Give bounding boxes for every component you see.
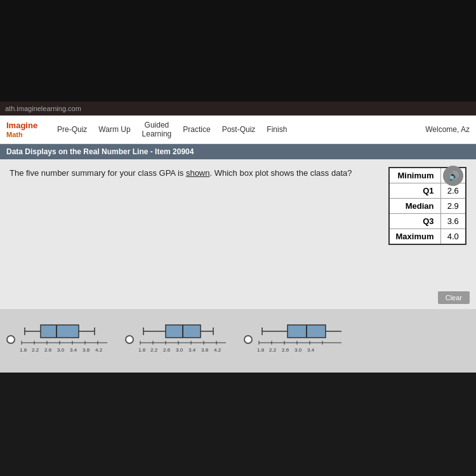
svg-text:1.8: 1.8 xyxy=(138,347,146,353)
audio-button[interactable]: 🔊 xyxy=(443,166,463,186)
plot-container-c: 1.8 2.2 2.6 3.0 3.4 xyxy=(256,319,345,360)
radio-button-b[interactable] xyxy=(125,335,134,344)
table-row: Maximum4.0 xyxy=(389,229,466,245)
guided-label2: Learning xyxy=(142,129,172,138)
svg-text:4.2: 4.2 xyxy=(95,347,103,353)
plot-option-b: 1.8 2.2 2.6 3.0 3.4 3.8 4.2 xyxy=(125,319,235,360)
table-label: Minimum xyxy=(389,168,440,183)
box-plot-a: 1.8 2.2 2.6 3.0 3.4 3.8 4.2 xyxy=(18,319,117,360)
table-label: Q1 xyxy=(389,183,440,199)
clear-button[interactable]: Clear xyxy=(438,291,470,304)
question-text: The five number summary for your class G… xyxy=(10,167,376,245)
nav-items: Pre-Quiz Warm Up Guided Learning Practic… xyxy=(57,118,413,141)
svg-text:2.2: 2.2 xyxy=(32,347,39,353)
table-value: 4.0 xyxy=(440,229,466,245)
svg-text:3.0: 3.0 xyxy=(294,347,302,353)
nav-item-warm-up[interactable]: Warm Up xyxy=(98,122,130,136)
svg-rect-4 xyxy=(41,325,79,338)
table-label: Q3 xyxy=(389,214,440,229)
plot-option-a: 1.8 2.2 2.6 3.0 3.4 3.8 4.2 xyxy=(6,319,117,360)
svg-text:3.8: 3.8 xyxy=(83,347,90,353)
brand-name: Imagine xyxy=(6,121,44,131)
svg-text:1.8: 1.8 xyxy=(20,347,27,353)
nav-item-post-quiz[interactable]: Post-Quiz xyxy=(222,122,256,136)
svg-text:4.2: 4.2 xyxy=(214,347,221,353)
svg-text:2.6: 2.6 xyxy=(282,347,289,353)
question-text-shown: shown xyxy=(186,168,210,178)
subtitle-text: Data Displays on the Real Number Line - … xyxy=(6,147,194,156)
table-label: Median xyxy=(389,199,440,214)
nav-item-pre-quiz[interactable]: Pre-Quiz xyxy=(57,122,87,136)
question-area: The five number summary for your class G… xyxy=(10,167,466,245)
radio-button-c[interactable] xyxy=(244,335,253,344)
question-text-part3: . Which box plot shows the class data? xyxy=(209,168,352,178)
table-label: Maximum xyxy=(389,229,440,245)
plot-container-b: 1.8 2.2 2.6 3.0 3.4 3.8 4.2 xyxy=(137,319,235,360)
svg-text:2.2: 2.2 xyxy=(150,347,158,353)
nav-item-finish[interactable]: Finish xyxy=(267,122,287,136)
question-text-part1: The five number summary for your class G… xyxy=(10,168,186,178)
welcome-text: Welcome, Az xyxy=(425,125,470,134)
clear-btn-area: Clear xyxy=(0,286,476,309)
plot-container-a: 1.8 2.2 2.6 3.0 3.4 3.8 4.2 xyxy=(18,319,117,360)
nav-item-practice[interactable]: Practice xyxy=(183,122,210,136)
svg-text:2.2: 2.2 xyxy=(269,347,277,353)
box-plot-c: 1.8 2.2 2.6 3.0 3.4 xyxy=(256,319,345,360)
plot-option-c: 1.8 2.2 2.6 3.0 3.4 xyxy=(244,319,345,360)
table-value: 3.6 xyxy=(440,214,466,229)
browser-url: ath.imaginelearning.com xyxy=(5,105,81,112)
svg-text:3.4: 3.4 xyxy=(70,347,77,353)
svg-text:2.6: 2.6 xyxy=(163,347,171,353)
guided-label1: Guided xyxy=(145,121,169,129)
svg-text:3.0: 3.0 xyxy=(57,347,65,353)
brand-area: Imagine Math xyxy=(6,121,44,138)
svg-text:2.6: 2.6 xyxy=(44,347,52,353)
nav-item-guided-learning[interactable]: Guided Learning xyxy=(142,118,172,141)
radio-button-a[interactable] xyxy=(6,335,15,344)
table-value: 2.9 xyxy=(440,199,466,214)
svg-text:3.4: 3.4 xyxy=(188,347,196,353)
table-row: Q33.6 xyxy=(389,214,466,229)
box-plot-b: 1.8 2.2 2.6 3.0 3.4 3.8 4.2 xyxy=(137,319,235,360)
brand-subject: Math xyxy=(6,131,44,138)
box-plots-area: 1.8 2.2 2.6 3.0 3.4 3.8 4.2 xyxy=(0,309,476,373)
svg-text:3.4: 3.4 xyxy=(307,347,315,353)
subtitle-bar: Data Displays on the Real Number Line - … xyxy=(0,144,476,159)
top-nav: Imagine Math Pre-Quiz Warm Up Guided Lea… xyxy=(0,116,476,144)
svg-text:3.8: 3.8 xyxy=(201,347,209,353)
main-content: 🔊 The five number summary for your class… xyxy=(0,159,476,286)
svg-text:3.0: 3.0 xyxy=(176,347,183,353)
svg-text:1.8: 1.8 xyxy=(257,347,265,353)
table-row: Median2.9 xyxy=(389,199,466,214)
audio-icon: 🔊 xyxy=(448,171,459,181)
